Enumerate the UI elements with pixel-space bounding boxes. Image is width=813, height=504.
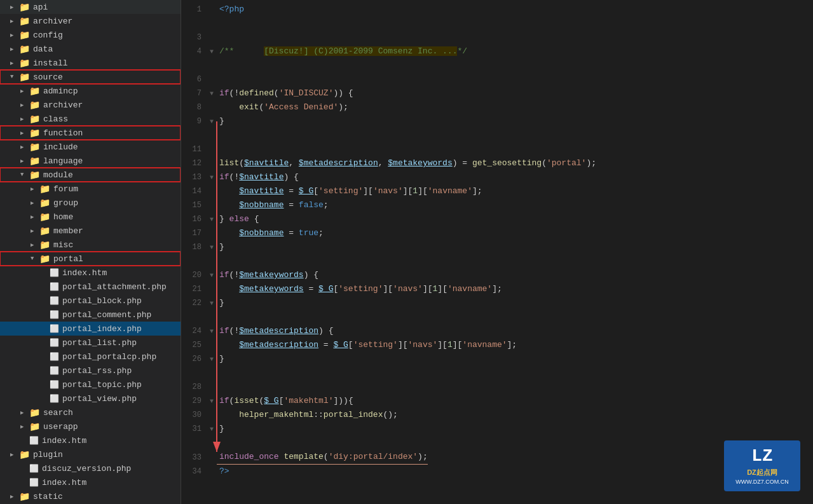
sidebar-item-install[interactable]: ▶📁install	[0, 56, 181, 70]
sidebar-item-forum[interactable]: ▶📁forum	[0, 182, 181, 196]
sidebar-item-admincp[interactable]: ▶📁admincp	[0, 84, 181, 98]
watermark-badge: LZ DZ起点网 WWW.DZ7.COM.CN	[724, 440, 800, 491]
code-content: $navtitle = $_G['setting']['navs'][1]['n…	[217, 184, 482, 198]
file-icon-portal_comment: ⬜	[50, 310, 59, 320]
fold-arrow[interactable]: ▼	[207, 216, 217, 223]
sidebar-item-include[interactable]: ▶📁include	[0, 140, 181, 154]
line-number: 20	[181, 271, 207, 280]
sidebar-item-portal_topic[interactable]: ⬜portal_topic.php	[0, 378, 181, 392]
sidebar-item-userapp[interactable]: ▶📁userapp	[0, 419, 181, 433]
sidebar-item-portal_index[interactable]: ⬜portal_index.php	[0, 322, 181, 336]
folder-arrow-module: ▼	[20, 172, 29, 178]
sidebar-item-portal_attachment[interactable]: ⬜portal_attachment.php	[0, 280, 181, 294]
watermark-text1: DZ起点网	[747, 468, 777, 477]
fold-arrow[interactable]: ▼	[207, 300, 217, 307]
folder-icon-config: 📁	[19, 30, 30, 41]
code-line: 31▼}	[181, 422, 813, 436]
sidebar-item-member[interactable]: ▶📁member	[0, 224, 181, 238]
line-number: 8	[181, 103, 207, 112]
sidebar-item-source[interactable]: ▼📁source	[0, 70, 181, 84]
line-number: 11	[181, 145, 207, 154]
sidebar-item-index_html2[interactable]: ⬜index.htm	[0, 433, 181, 447]
fold-arrow[interactable]: ▼	[207, 426, 217, 433]
sidebar-item-index_html[interactable]: ⬜index.htm	[0, 266, 181, 280]
sidebar-item-portal_view[interactable]: ⬜portal_view.php	[0, 392, 181, 405]
folder-icon-group: 📁	[39, 198, 50, 208]
sidebar-item-archiver[interactable]: ▶📁archiver	[0, 14, 181, 28]
tree-label-discuz_version: discuz_version.php	[42, 464, 131, 473]
file-icon-discuz_version: ⬜	[29, 464, 39, 473]
tree-label-archiver: archiver	[33, 17, 72, 26]
fold-arrow[interactable]: ▼	[207, 328, 217, 335]
code-line: 6	[181, 72, 813, 86]
code-content: $nobbname = false;	[217, 198, 329, 212]
code-content: helper_makehtml::portal_index();	[217, 408, 398, 422]
tree-label-index_html2: index.htm	[42, 436, 86, 446]
sidebar-item-static[interactable]: ▶📁static	[0, 489, 181, 503]
line-number: 14	[181, 187, 207, 196]
file-icon-portal_index: ⬜	[50, 324, 59, 334]
code-content: $metadescription = $_G['setting']['navs'…	[217, 338, 517, 352]
sidebar-item-archiver2[interactable]: ▶📁archiver	[0, 98, 181, 112]
tree-label-home: home	[53, 212, 73, 222]
sidebar-item-config[interactable]: ▶📁config	[0, 28, 181, 42]
tree-label-plugin: plugin	[33, 450, 63, 460]
line-number: 25	[181, 341, 207, 350]
sidebar-item-function[interactable]: ▶📁function	[0, 126, 181, 140]
fold-arrow[interactable]: ▼	[207, 174, 217, 181]
tree-label-install: install	[33, 58, 68, 68]
tree-label-portal_index: portal_index.php	[62, 324, 142, 334]
file-tree[interactable]: ▶📁api▶📁archiver▶📁config▶📁data▶📁install▼📁…	[0, 0, 181, 504]
line-number: 15	[181, 201, 207, 210]
code-line: 9▼}	[181, 114, 813, 128]
sidebar-item-discuz_version[interactable]: ⬜discuz_version.php	[0, 461, 181, 475]
folder-arrow-static: ▶	[10, 493, 19, 500]
sidebar-item-plugin[interactable]: ▶📁plugin	[0, 447, 181, 461]
sidebar-item-portal_comment[interactable]: ⬜portal_comment.php	[0, 308, 181, 322]
fold-arrow[interactable]: ▼	[207, 356, 217, 363]
fold-arrow[interactable]: ▼	[207, 398, 217, 405]
code-line: 20▼if(!$metakeywords) {	[181, 268, 813, 282]
sidebar-item-module[interactable]: ▼📁module	[0, 168, 181, 182]
fold-arrow[interactable]: ▼	[207, 90, 217, 97]
code-line	[181, 366, 813, 380]
fold-arrow[interactable]: ▼	[207, 272, 217, 279]
code-content: <?php	[217, 3, 244, 17]
sidebar-item-misc[interactable]: ▶📁misc	[0, 238, 181, 252]
line-number: 29	[181, 397, 207, 405]
line-number: 4	[181, 47, 207, 56]
tree-label-function: function	[43, 128, 83, 138]
sidebar-item-group[interactable]: ▶📁group	[0, 196, 181, 210]
sidebar-item-class[interactable]: ▶📁class	[0, 112, 181, 126]
sidebar-item-portal_block[interactable]: ⬜portal_block.php	[0, 294, 181, 308]
fold-arrow[interactable]: ▼	[207, 244, 217, 251]
fold-arrow[interactable]: ▼	[207, 118, 217, 125]
sidebar-item-portal_rss[interactable]: ⬜portal_rss.php	[0, 364, 181, 378]
sidebar-item-portal_portalcp[interactable]: ⬜portal_portalcp.php	[0, 350, 181, 364]
folder-icon-userapp: 📁	[29, 421, 40, 432]
folder-arrow-admincp: ▶	[20, 88, 29, 95]
folder-icon-source: 📁	[19, 72, 30, 83]
folder-icon-data: 📁	[19, 44, 30, 55]
tree-label-portal_portalcp: portal_portalcp.php	[62, 352, 156, 362]
tree-label-static: static	[33, 492, 63, 501]
line-number: 22	[181, 299, 207, 308]
line-number: 24	[181, 327, 207, 336]
sidebar-item-language[interactable]: ▶📁language	[0, 154, 181, 168]
sidebar-item-portal[interactable]: ▼📁portal	[0, 252, 181, 266]
fold-arrow[interactable]: ▼	[207, 48, 217, 55]
tree-label-source: source	[33, 72, 63, 82]
sidebar-item-api[interactable]: ▶📁api	[0, 0, 181, 14]
folder-icon-archiver2: 📁	[29, 100, 40, 111]
folder-icon-misc: 📁	[39, 240, 50, 250]
code-line: 13▼if(!$navtitle) {	[181, 170, 813, 184]
code-line	[181, 128, 813, 142]
sidebar-item-portal_list[interactable]: ⬜portal_list.php	[0, 336, 181, 350]
sidebar-item-data[interactable]: ▶📁data	[0, 42, 181, 56]
code-line: 1<?php	[181, 3, 813, 17]
sidebar-item-index_html3[interactable]: ⬜index.htm	[0, 475, 181, 489]
sidebar-item-search[interactable]: ▶📁search	[0, 405, 181, 419]
tree-label-config: config	[33, 31, 63, 40]
sidebar-item-home[interactable]: ▶📁home	[0, 210, 181, 224]
line-number: 26	[181, 355, 207, 364]
